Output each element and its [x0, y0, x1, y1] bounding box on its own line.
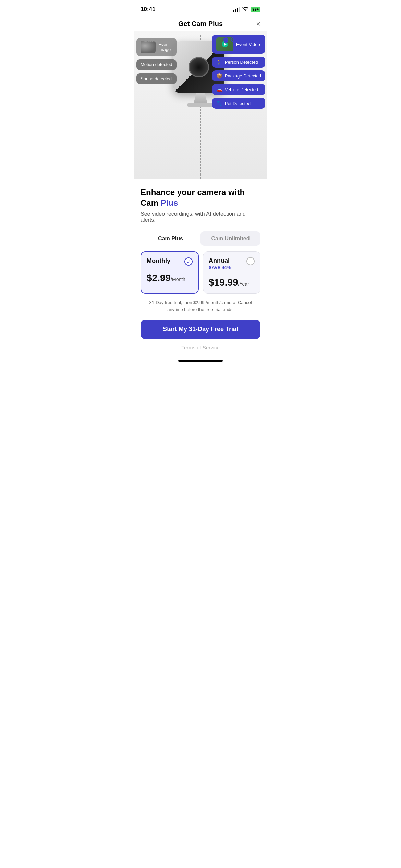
- annual-label: Annual: [209, 257, 231, 264]
- cta-button[interactable]: Start My 31-Day Free Trial: [141, 320, 260, 339]
- check-icon: ✓: [186, 259, 191, 264]
- close-button[interactable]: ×: [256, 20, 260, 28]
- pet-icon: 🐾: [216, 100, 222, 106]
- person-label: Person Detected: [225, 60, 258, 65]
- pricing-cards: Monthly ✓ $2.99/Month Annual SAVE 44% $1…: [141, 251, 260, 294]
- monthly-label: Monthly: [147, 257, 170, 265]
- vehicle-icon: 🚗: [216, 87, 222, 92]
- monthly-radio: ✓: [184, 257, 193, 266]
- page-title: Get Cam Plus: [178, 20, 223, 28]
- monthly-amount: $2.99: [147, 273, 171, 283]
- motion-label: Motion detected: [141, 62, 172, 67]
- sound-detected-card: Sound detected: [136, 73, 177, 84]
- cam-plus-tab[interactable]: Cam Plus: [141, 231, 200, 246]
- monthly-card[interactable]: Monthly ✓ $2.99/Month: [141, 251, 199, 294]
- vehicle-detected-card: 🚗 Vehicle Detected: [212, 84, 265, 95]
- comparison-section: Basic Cam Plus EventImage Motion detecte…: [134, 31, 267, 179]
- person-icon: 🚶: [216, 59, 222, 65]
- basic-label: Basic: [144, 37, 158, 44]
- plus-cards: Event Video 🚶 Person Detected 📦 Package …: [212, 35, 265, 109]
- status-bar: 10:41 99+: [134, 0, 267, 16]
- plan-tabs: Cam Plus Cam Unlimited: [141, 231, 260, 246]
- terms-link[interactable]: Terms of Service: [141, 345, 260, 350]
- annual-save-label: SAVE 44%: [209, 265, 231, 270]
- battery-icon: 99+: [251, 7, 260, 12]
- home-bar: [178, 360, 223, 362]
- pet-detected-card: 🐾 Pet Detected: [212, 98, 265, 109]
- pet-label: Pet Detected: [225, 101, 251, 106]
- sound-label: Sound detected: [141, 76, 172, 81]
- package-icon: 📦: [216, 73, 222, 79]
- cam-plus-label: Cam Plus: [223, 37, 257, 44]
- enhance-subtitle: See video recordings, with AI detection …: [141, 211, 260, 223]
- status-icons: 99+: [233, 7, 260, 12]
- content-section: Enhance your camera with Cam Plus See vi…: [134, 179, 267, 350]
- vehicle-label: Vehicle Detected: [225, 87, 258, 92]
- shield-icon: [223, 37, 229, 43]
- signal-icon: [233, 7, 240, 12]
- motion-detected-card: Motion detected: [136, 59, 177, 70]
- package-detected-card: 📦 Package Detected: [212, 70, 265, 81]
- annual-amount: $19.99: [209, 277, 238, 288]
- annual-radio: [246, 257, 255, 265]
- cam-unlimited-tab[interactable]: Cam Unlimited: [200, 231, 260, 246]
- enhance-title: Enhance your camera with Cam Plus: [141, 187, 260, 208]
- trial-note: 31-Day free trial, then $2.99 /month/cam…: [141, 299, 260, 313]
- basic-cards: EventImage Motion detected Sound detecte…: [136, 38, 177, 84]
- home-indicator: [134, 357, 267, 365]
- annual-period: /Year: [238, 281, 249, 287]
- monthly-period: /Month: [171, 277, 185, 282]
- compare-labels: Basic Cam Plus: [134, 31, 267, 44]
- person-detected-card: 🚶 Person Detected: [212, 57, 265, 68]
- wifi-icon: [242, 7, 248, 12]
- page-header: Get Cam Plus ×: [134, 16, 267, 31]
- annual-card[interactable]: Annual SAVE 44% $19.99/Year: [203, 251, 260, 294]
- package-label: Package Detected: [225, 73, 261, 79]
- status-time: 10:41: [141, 6, 155, 13]
